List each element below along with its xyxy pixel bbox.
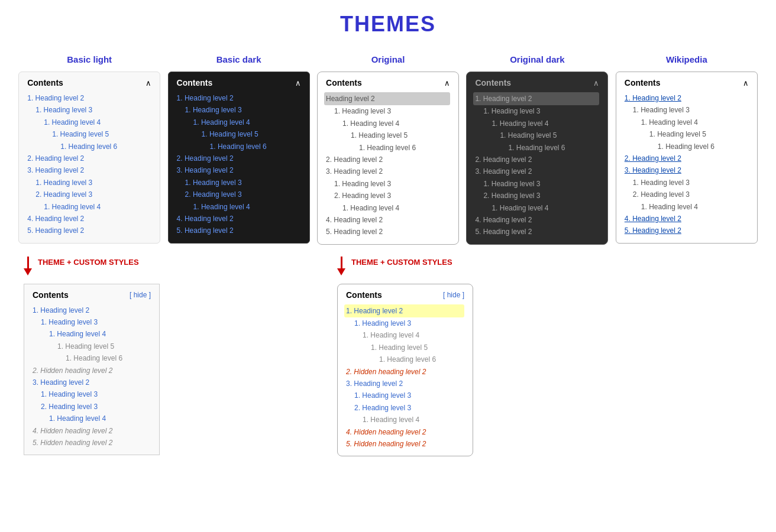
list-item[interactable]: 1. Heading level 3 [625,104,749,116]
list-item[interactable]: 3. Heading level 2 [33,377,151,388]
list-item[interactable]: 4. Heading level 2 [625,213,749,225]
list-item[interactable]: 1. Heading level 4 [625,116,749,128]
list-item[interactable]: 3. Heading level 2 [625,164,749,176]
list-item[interactable]: 5. Heading level 2 [625,225,749,236]
list-item[interactable]: 1. Heading level 4 [326,118,450,129]
list-item[interactable]: 1. Heading level 6 [475,142,599,154]
list-item[interactable]: 1. Heading level 5 [625,128,749,140]
list-item[interactable]: 4. Heading level 2 [27,213,151,225]
list-item[interactable]: 2. Heading level 3 [27,189,151,200]
list-item[interactable]: 1. Heading level 6 [177,141,301,153]
list-item[interactable]: 1. Heading level 3 [475,178,599,190]
list-item[interactable]: 3. Heading level 2 [475,166,599,177]
list-item[interactable]: 1. Heading level 4 [33,328,151,340]
list-item[interactable]: 1. Heading level 6 [625,141,749,153]
list-item[interactable]: 1. Heading level 2 [473,92,599,105]
list-item[interactable]: 1. Heading level 3 [475,105,599,117]
list-item[interactable]: 1. Heading level 3 [33,316,151,328]
list-item[interactable]: 2. Heading level 2 [475,154,599,166]
list-item[interactable]: 3. Heading level 2 [177,164,301,176]
list-item[interactable]: 2. Heading level 2 [326,154,450,166]
custom-styles-row: THEME + CUSTOM STYLES Contents [ hide ] … [12,257,764,457]
list-item[interactable]: 2. Hidden heading level 2 [33,365,151,377]
toc-toggle-basic-dark[interactable]: ∧ [295,79,301,87]
list-item[interactable]: 4. Hidden heading level 2 [346,426,464,438]
list-item[interactable]: 1. Heading level 3 [346,317,464,329]
list-item[interactable]: 1. Heading level 5 [33,340,151,352]
toc-toggle-wikipedia[interactable]: ∧ [743,79,749,87]
list-item[interactable]: 1. Heading level 3 [177,177,301,189]
custom-original-section: THEME + CUSTOM STYLES Contents [ hide ] … [337,257,473,457]
list-item[interactable]: 1. Heading level 4 [346,414,464,426]
list-item[interactable]: 3. Heading level 2 [27,164,151,176]
list-item[interactable]: 5. Hidden heading level 2 [346,438,464,450]
list-item[interactable]: 2. Heading level 3 [177,189,301,200]
toc-toggle-original[interactable]: ∧ [444,79,450,87]
list-item[interactable]: 2. Heading level 3 [346,402,464,414]
list-item[interactable]: 5. Heading level 2 [27,225,151,236]
toc-toggle-basic-light[interactable]: ∧ [146,79,151,87]
list-item[interactable]: 1. Heading level 4 [27,116,151,128]
custom-label-left: THEME + CUSTOM STYLES [38,258,139,267]
list-item[interactable]: 5. Hidden heading level 2 [33,437,151,449]
list-item[interactable]: 4. Heading level 2 [475,214,599,226]
list-item[interactable]: 1. Heading level 5 [326,129,450,141]
list-item[interactable]: 2. Heading level 3 [33,401,151,413]
list-item[interactable]: 3. Heading level 2 [346,378,464,390]
list-item[interactable]: 5. Heading level 2 [326,226,450,238]
list-item[interactable]: Heading level 2 [324,92,450,105]
toc-items-wikipedia: 1. Heading level 21. Heading level 31. H… [625,92,749,237]
list-item[interactable]: 1. Heading level 3 [177,104,301,116]
list-item[interactable]: 1. Heading level 4 [625,201,749,213]
list-item[interactable]: 2. Heading level 3 [625,189,749,200]
list-item[interactable]: 2. Hidden heading level 2 [346,366,464,378]
list-item[interactable]: 1. Heading level 4 [475,118,599,129]
list-item[interactable]: 2. Heading level 2 [625,153,749,164]
list-item[interactable]: 2. Heading level 3 [475,190,599,202]
list-item[interactable]: 4. Heading level 2 [326,214,450,226]
list-item[interactable]: 1. Heading level 2 [344,304,464,317]
toc-hide-custom-light[interactable]: [ hide ] [130,291,151,299]
list-item[interactable]: 2. Heading level 3 [326,190,450,202]
list-item[interactable]: 1. Heading level 3 [326,178,450,190]
list-item[interactable]: 1. Heading level 3 [326,105,450,117]
list-item[interactable]: 1. Heading level 2 [27,92,151,104]
list-item[interactable]: 1. Heading level 2 [625,92,749,104]
list-item[interactable]: 1. Heading level 4 [326,202,450,214]
toc-box-basic-light: Contents∧1. Heading level 21. Heading le… [18,72,160,244]
list-item[interactable]: 1. Heading level 4 [33,413,151,424]
list-item[interactable]: 4. Hidden heading level 2 [33,425,151,437]
list-item[interactable]: 1. Heading level 6 [27,141,151,153]
list-item[interactable]: 1. Heading level 4 [346,329,464,341]
list-item[interactable]: 2. Heading level 2 [27,153,151,164]
list-item[interactable]: 1. Heading level 4 [27,201,151,213]
list-item[interactable]: 1. Heading level 6 [326,142,450,154]
toc-hide-custom-original[interactable]: [ hide ] [443,291,464,299]
theme-label-original: Original [371,54,405,64]
toc-box-original-dark: Contents∧1. Heading level 21. Heading le… [466,72,608,245]
list-item[interactable]: 1. Heading level 5 [27,128,151,140]
list-item[interactable]: 1. Heading level 6 [346,353,464,365]
list-item[interactable]: 3. Heading level 2 [326,166,450,177]
list-item[interactable]: 1. Heading level 6 [33,352,151,364]
list-item[interactable]: 1. Heading level 2 [177,92,301,104]
list-item[interactable]: 1. Heading level 3 [625,177,749,189]
list-item[interactable]: 2. Heading level 2 [177,153,301,164]
list-item[interactable]: 1. Heading level 4 [177,201,301,213]
toc-box-original: Contents∧Heading level 21. Heading level… [317,72,459,245]
list-item[interactable]: 5. Heading level 2 [177,225,301,236]
list-item[interactable]: 1. Heading level 5 [177,128,301,140]
list-item[interactable]: 1. Heading level 4 [177,116,301,128]
list-item[interactable]: 1. Heading level 3 [27,104,151,116]
list-item[interactable]: 1. Heading level 5 [346,342,464,353]
list-item[interactable]: 1. Heading level 3 [346,390,464,401]
list-item[interactable]: 4. Heading level 2 [177,213,301,225]
list-item[interactable]: 1. Heading level 2 [33,304,151,316]
list-item[interactable]: 1. Heading level 3 [27,177,151,189]
list-item[interactable]: 5. Heading level 2 [475,226,599,238]
list-item[interactable]: 1. Heading level 5 [475,129,599,141]
toc-toggle-original-dark[interactable]: ∧ [593,79,599,87]
list-item[interactable]: 1. Heading level 3 [33,388,151,400]
list-item[interactable]: 1. Heading level 4 [475,202,599,214]
toc-title-wikipedia: Contents [625,78,661,87]
